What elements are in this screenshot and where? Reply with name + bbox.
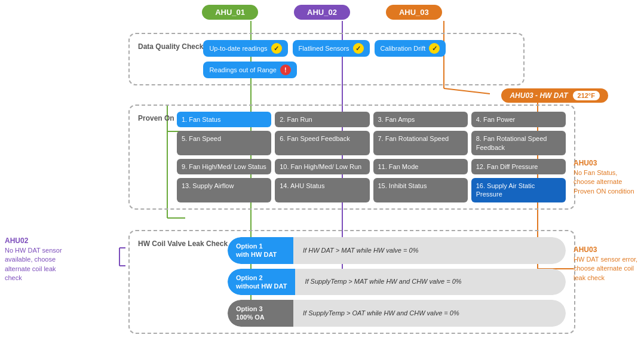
dq-pill-readings: Readings out of Range !	[203, 62, 297, 78]
ahu03-proven-note-title: AHU03	[574, 158, 639, 168]
ahu03-dat-label: AHU03 - HW DAT	[510, 91, 568, 100]
option-row-2: Option 2without HW DAT If SupplyTemp > M…	[228, 269, 566, 296]
ahu03-coil-note: AHU03 HW DAT sensor error, choose altern…	[574, 245, 639, 283]
dq-pill-readings-label: Readings out of Range	[209, 66, 277, 74]
ahu02-note-title: AHU02	[5, 236, 70, 246]
proven-cell-0[interactable]: 1. Fan Status	[177, 112, 271, 127]
ahu01-button[interactable]: AHU_01	[202, 5, 258, 20]
proven-grid: 1. Fan Status 2. Fan Run 3. Fan Amps 4. …	[177, 112, 566, 202]
data-quality-section: Data Quality Check Up-to-date readings ✓…	[128, 33, 525, 85]
proven-cell-13[interactable]: 14. AHU Status	[275, 178, 369, 202]
option3-left[interactable]: Option 3100% OA	[228, 300, 293, 327]
option1-left[interactable]: Option 1with HW DAT	[228, 237, 293, 264]
ahu03-proven-note-text: No Fan Status, choose alternate Proven O…	[574, 169, 634, 195]
dq-pills-container: Up-to-date readings ✓ Flatlined Sensors …	[203, 40, 515, 78]
hwcoil-label: HW Coil Valve Leak Check	[138, 240, 228, 249]
dq-pill-uptodate: Up-to-date readings ✓	[203, 40, 287, 57]
ahu03-button[interactable]: AHU_03	[386, 5, 442, 20]
check-icon-calibration: ✓	[429, 43, 440, 54]
proven-cell-10[interactable]: 11. Fan Mode	[373, 159, 468, 174]
option2-label: Option 2without HW DAT	[236, 274, 287, 291]
ahu03-coil-note-title: AHU03	[574, 245, 639, 255]
svg-line-12	[444, 88, 490, 94]
proven-cell-7[interactable]: 8. Fan Rotational Speed Feedback	[471, 131, 566, 155]
ahu02-button[interactable]: AHU_02	[294, 5, 350, 20]
proven-cell-2[interactable]: 3. Fan Amps	[373, 112, 468, 127]
proven-cell-3[interactable]: 4. Fan Power	[471, 112, 566, 127]
dq-pill-uptodate-label: Up-to-date readings	[209, 44, 267, 53]
ahu03-dat-badge: AHU03 - HW DAT 212°F	[501, 88, 608, 103]
alert-icon-readings: !	[280, 65, 291, 75]
ahu02-note: AHU02 No HW DAT sensor available, choose…	[5, 236, 70, 283]
option-row-1: Option 1with HW DAT If HW DAT > MAT whil…	[228, 237, 566, 264]
option3-right: If SupplyTemp > OAT while HW and CHW val…	[293, 300, 566, 327]
proven-on-label: Proven On	[138, 114, 177, 124]
proven-cell-8[interactable]: 9. Fan High/Med/ Low Status	[177, 159, 271, 174]
proven-cell-11[interactable]: 12. Fan Diff Pressure	[471, 159, 566, 174]
proven-cell-15[interactable]: 16. Supply Air Static Pressure	[471, 178, 566, 202]
proven-cell-12[interactable]: 13. Supply Airflow	[177, 178, 271, 202]
proven-cell-9[interactable]: 10. Fan High/Med/ Low Run	[275, 159, 369, 174]
proven-cell-6[interactable]: 7. Fan Rotational Speed	[373, 131, 468, 155]
ahu02-note-text: No HW DAT sensor available, choose alter…	[5, 247, 62, 281]
check-icon-flatlined: ✓	[353, 43, 364, 54]
dq-pill-calibration: Calibration Drift ✓	[375, 40, 446, 57]
ahu03-proven-note: AHU03 No Fan Status, choose alternate Pr…	[574, 158, 639, 196]
option-row-3: Option 3100% OA If SupplyTemp > OAT whil…	[228, 300, 566, 327]
ahu03-dat-temp: 212°F	[573, 91, 600, 100]
option2-right: If SupplyTemp > MAT while HW and CHW val…	[295, 269, 566, 296]
hwcoil-section: HW Coil Valve Leak Check Option 1with HW…	[128, 230, 575, 334]
option1-label: Option 1with HW DAT	[236, 242, 285, 259]
dq-section-label: Data Quality Check	[138, 42, 203, 52]
main-container: AHU_01 AHU_02 AHU_03 Data Quality Check …	[0, 0, 644, 350]
option3-label: Option 3100% OA	[236, 305, 285, 322]
proven-on-section: Proven On 1. Fan Status 2. Fan Run 3. Fa…	[128, 105, 575, 210]
hwcoil-options: Option 1with HW DAT If HW DAT > MAT whil…	[228, 237, 566, 327]
ahu-buttons-row: AHU_01 AHU_02 AHU_03	[0, 5, 644, 20]
option2-left[interactable]: Option 2without HW DAT	[228, 269, 295, 296]
dq-pill-flatlined-label: Flatlined Sensors	[299, 44, 349, 53]
proven-cell-4[interactable]: 5. Fan Speed	[177, 131, 271, 155]
option1-right: If HW DAT > MAT while HW valve = 0%	[293, 237, 566, 264]
proven-cell-1[interactable]: 2. Fan Run	[275, 112, 369, 127]
proven-cell-5[interactable]: 6. Fan Speed Feedback	[275, 131, 369, 155]
check-icon-uptodate: ✓	[271, 43, 282, 54]
proven-cell-14[interactable]: 15. Inhibit Status	[373, 178, 468, 202]
dq-pill-flatlined: Flatlined Sensors ✓	[293, 40, 370, 57]
dq-pill-calibration-label: Calibration Drift	[381, 44, 426, 53]
ahu03-coil-note-text: HW DAT sensor error, choose alternate co…	[574, 256, 637, 281]
